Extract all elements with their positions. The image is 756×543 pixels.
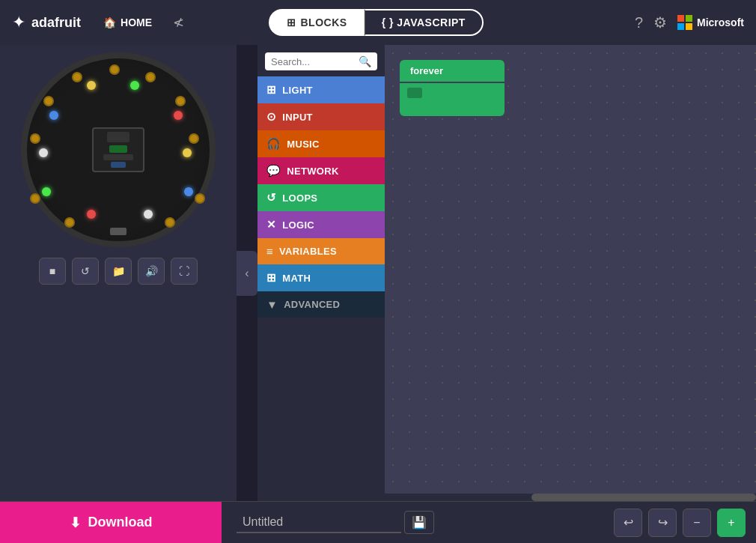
pad	[64, 217, 75, 228]
led-red-2	[87, 210, 96, 219]
save-icon: 💾	[412, 516, 427, 529]
microsoft-logo: Microsoft	[677, 15, 744, 30]
toolbox-panel: 🔍 ⊞ LIGHT ⊙ INPUT 🎧 MUSIC 💬 NETWORK ↺ LO…	[257, 45, 385, 501]
blocks-icon: ⊞	[287, 16, 296, 28]
header: ✦ adafruit 🏠 HOME ≮ ⊞ BLOCKS { } JAVASCR…	[0, 0, 756, 45]
home-icon: 🏠	[103, 16, 116, 28]
simulator-panel: ■ ↺ 📁 🔊 ⛶	[0, 45, 237, 501]
toolbox-advanced-button[interactable]: ▼ ADVANCED	[257, 291, 385, 318]
save-button[interactable]: 💾	[404, 511, 434, 534]
fullscreen-icon: ⛶	[179, 265, 189, 277]
redo-icon: ↪	[658, 515, 668, 530]
download-button[interactable]: ⬇ Download	[0, 502, 222, 544]
home-button[interactable]: 🏠 HOME	[96, 12, 159, 33]
toolbox-loops-button[interactable]: ↺ LOOPS	[257, 184, 385, 211]
download-icon: ⬇	[70, 515, 81, 531]
led-green	[130, 81, 139, 90]
pad	[30, 133, 40, 144]
footer: ⬇ Download 💾 ↩ ↪ − +	[0, 501, 756, 543]
stop-icon: ■	[49, 265, 55, 277]
light-icon: ⊞	[266, 83, 276, 97]
pad	[175, 96, 186, 106]
gear-icon: ⚙	[653, 14, 667, 31]
logic-icon: ✕	[266, 218, 276, 231]
search-box: 🔍	[265, 52, 377, 70]
loops-icon: ↺	[266, 191, 276, 204]
simulator-controls: ■ ↺ 📁 🔊 ⛶	[39, 258, 198, 285]
pad	[72, 72, 82, 82]
toolbox-network-button[interactable]: 💬 NETWORK	[257, 157, 385, 184]
logo-text: adafruit	[31, 15, 81, 31]
chevron-left-icon: ‹	[245, 267, 249, 280]
workspace-scrollbar-thumb[interactable]	[531, 494, 756, 501]
project-name-input[interactable]	[237, 512, 401, 533]
led-yellow	[87, 81, 96, 90]
forever-block-label: forever	[400, 60, 504, 82]
header-right: ? ⚙ Microsoft	[635, 13, 744, 31]
toolbox-logic-button[interactable]: ✕ LOGIC	[257, 211, 385, 238]
led-yellow-2	[183, 148, 192, 157]
share-icon: ≮	[173, 15, 184, 30]
microsoft-flag-icon	[677, 15, 692, 30]
tab-blocks-button[interactable]: ⊞ BLOCKS	[269, 9, 365, 36]
open-button[interactable]: 📁	[105, 258, 132, 285]
tab-javascript-button[interactable]: { } JAVASCRIPT	[365, 9, 484, 36]
refresh-button[interactable]: ↺	[72, 258, 99, 285]
pad	[43, 96, 54, 106]
footer-actions: ↩ ↪ − +	[614, 509, 746, 537]
project-name-area: 💾	[237, 511, 614, 534]
search-icon: 🔍	[359, 55, 371, 67]
search-input[interactable]	[271, 56, 359, 67]
led-blue	[49, 111, 58, 120]
center-chip	[92, 127, 144, 172]
collapse-panel-button[interactable]: ‹	[237, 251, 257, 296]
pad	[165, 217, 175, 228]
network-icon: 💬	[266, 164, 281, 178]
variables-icon: ≡	[266, 245, 273, 258]
advanced-chevron-icon: ▼	[266, 298, 278, 311]
led-red	[174, 111, 183, 120]
zoom-in-button[interactable]: +	[717, 509, 746, 537]
stop-button[interactable]: ■	[39, 258, 66, 285]
input-icon: ⊙	[266, 110, 276, 124]
undo-icon: ↩	[624, 515, 633, 530]
led-white-2	[144, 210, 153, 219]
redo-button[interactable]: ↪	[648, 509, 677, 537]
pad	[109, 64, 120, 75]
folder-icon: 📁	[112, 265, 125, 277]
settings-button[interactable]: ⚙	[653, 13, 667, 31]
workspace-area[interactable]: forever	[385, 45, 756, 501]
plus-icon: +	[728, 516, 734, 530]
main-area: ■ ↺ 📁 🔊 ⛶ ‹ 🔍 ⊞ LIGHT	[0, 45, 756, 501]
undo-button[interactable]: ↩	[614, 509, 642, 537]
logo-star-icon: ✦	[12, 13, 25, 32]
toolbox-variables-button[interactable]: ≡ VARIABLES	[257, 238, 385, 264]
math-icon: ⊞	[266, 271, 276, 285]
microsoft-label: Microsoft	[697, 16, 744, 28]
workspace-scrollbar[interactable]	[385, 494, 756, 501]
refresh-icon: ↺	[81, 265, 90, 277]
block-notch	[407, 88, 422, 98]
led-green-2	[42, 187, 51, 196]
minus-icon: −	[693, 516, 700, 530]
volume-icon: 🔊	[145, 265, 158, 277]
help-button[interactable]: ?	[635, 14, 643, 31]
usb-connector	[110, 228, 126, 235]
toolbox-input-button[interactable]: ⊙ INPUT	[257, 103, 385, 130]
toolbox-math-button[interactable]: ⊞ MATH	[257, 264, 385, 291]
help-icon: ?	[635, 14, 643, 31]
logo-area: ✦ adafruit	[12, 13, 81, 32]
pad	[145, 72, 156, 82]
share-button[interactable]: ≮	[168, 10, 189, 35]
pad	[189, 133, 199, 144]
tab-area: ⊞ BLOCKS { } JAVASCRIPT	[269, 9, 484, 36]
toolbox-light-button[interactable]: ⊞ LIGHT	[257, 76, 385, 103]
zoom-out-button[interactable]: −	[683, 509, 711, 537]
forever-block[interactable]: forever	[400, 60, 504, 116]
led-blue-2	[184, 187, 193, 196]
pad	[30, 193, 40, 204]
fullscreen-button[interactable]: ⛶	[171, 258, 198, 285]
toolbox-music-button[interactable]: 🎧 MUSIC	[257, 130, 385, 157]
volume-button[interactable]: 🔊	[138, 258, 165, 285]
pad	[195, 193, 205, 204]
